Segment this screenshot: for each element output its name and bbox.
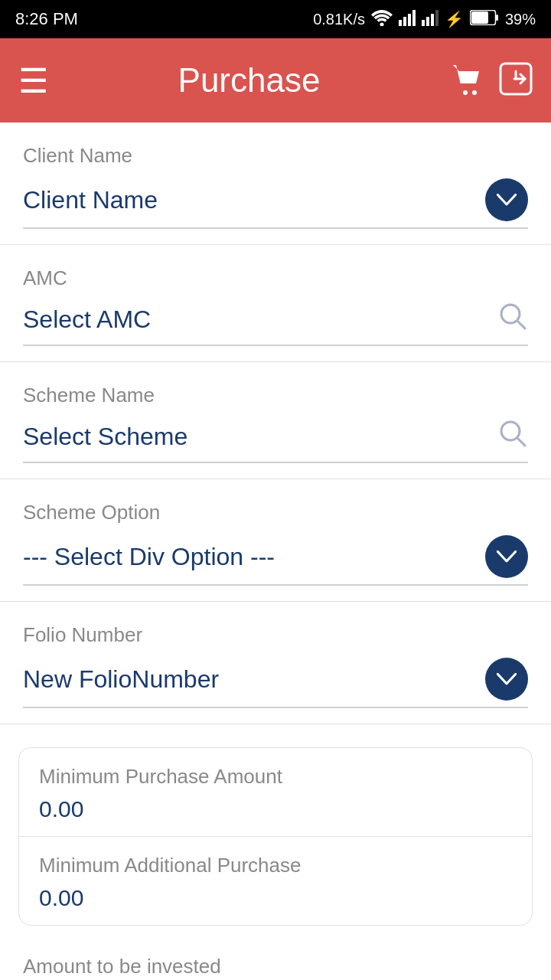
app-bar: ☰ Purchase	[0, 38, 551, 122]
signal2-icon	[422, 9, 439, 30]
form-content: Client Name Client Name AMC Select AMC S…	[0, 122, 551, 980]
min-additional-value: 0.00	[39, 885, 512, 911]
client-name-label: Client Name	[23, 144, 528, 168]
scheme-option-value: --- Select Div Option ---	[23, 543, 275, 571]
status-icons: 0.81K/s ⚡	[313, 9, 536, 30]
scheme-name-value: Select Scheme	[23, 423, 187, 451]
svg-rect-8	[435, 10, 439, 26]
folio-number-section: Folio Number New FolioNumber	[0, 602, 551, 724]
client-name-dropdown[interactable]	[485, 178, 528, 221]
amc-value: Select AMC	[23, 305, 151, 334]
cart-icon[interactable]	[450, 62, 484, 99]
scheme-name-label: Scheme Name	[23, 384, 528, 407]
svg-rect-11	[496, 15, 498, 21]
scheme-name-section: Scheme Name Select Scheme	[0, 362, 551, 479]
scheme-name-row[interactable]: Select Scheme	[23, 418, 528, 463]
amount-section: Amount to be invested	[0, 933, 551, 980]
min-purchase-label: Minimum Purchase Amount	[39, 765, 512, 789]
amc-section: AMC Select AMC	[0, 245, 551, 362]
wifi-icon	[371, 9, 393, 30]
svg-rect-10	[471, 11, 488, 24]
info-card: Minimum Purchase Amount 0.00 Minimum Add…	[18, 747, 533, 926]
status-bar: 8:26 PM 0.81K/s	[0, 0, 551, 38]
svg-rect-1	[399, 20, 402, 26]
amc-label: AMC	[23, 266, 528, 290]
amc-row[interactable]: Select AMC	[23, 301, 528, 346]
min-additional-row: Minimum Additional Purchase 0.00	[19, 836, 532, 925]
client-name-section: Client Name Client Name	[0, 122, 551, 245]
amount-label: Amount to be invested	[23, 955, 528, 978]
signal-icon	[399, 9, 416, 30]
client-name-value: Client Name	[23, 186, 158, 214]
folio-number-row[interactable]: New FolioNumber	[23, 658, 528, 708]
charging-icon: ⚡	[445, 10, 464, 28]
scheme-option-label: Scheme Option	[23, 501, 528, 524]
scheme-option-section: Scheme Option --- Select Div Option ---	[0, 479, 551, 602]
svg-point-0	[380, 22, 383, 26]
menu-icon[interactable]: ☰	[18, 61, 48, 100]
svg-point-12	[463, 90, 468, 95]
min-purchase-row: Minimum Purchase Amount 0.00	[19, 748, 532, 836]
scheme-search-icon[interactable]	[497, 418, 528, 456]
svg-rect-2	[403, 17, 406, 26]
logout-icon[interactable]	[499, 62, 533, 99]
folio-number-dropdown[interactable]	[485, 658, 528, 701]
scheme-option-row[interactable]: --- Select Div Option ---	[23, 535, 528, 586]
svg-rect-3	[408, 14, 411, 26]
network-speed: 0.81K/s	[313, 11, 365, 28]
min-purchase-value: 0.00	[39, 796, 512, 822]
svg-rect-6	[426, 17, 429, 26]
battery-percent: 39%	[505, 11, 536, 28]
svg-rect-7	[431, 14, 434, 26]
page-title: Purchase	[48, 61, 450, 100]
svg-point-13	[472, 90, 477, 95]
time: 8:26 PM	[15, 9, 78, 29]
min-additional-label: Minimum Additional Purchase	[39, 854, 512, 877]
scheme-option-dropdown[interactable]	[485, 535, 528, 578]
battery-icon	[470, 10, 499, 29]
amc-search-icon[interactable]	[497, 301, 528, 338]
folio-number-value: New FolioNumber	[23, 665, 219, 694]
folio-number-label: Folio Number	[23, 623, 528, 647]
svg-rect-4	[412, 10, 416, 26]
svg-rect-5	[422, 20, 425, 26]
app-bar-right-icons	[450, 62, 533, 99]
client-name-row[interactable]: Client Name	[23, 178, 528, 229]
